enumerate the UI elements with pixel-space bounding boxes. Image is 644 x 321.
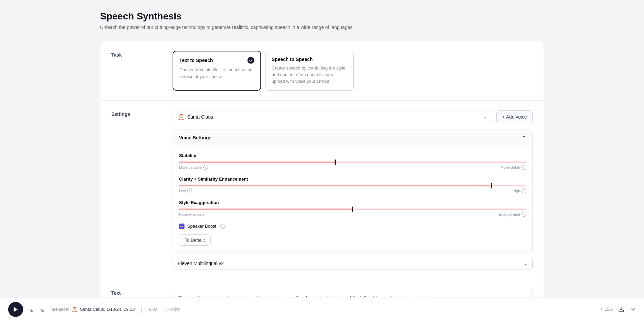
task-card-tts-desc: Convert text into lifelike speech using … [179, 66, 254, 80]
tts-check-icon [247, 57, 254, 64]
voice-dropdown[interactable]: 🎅 Santa Claus ⌄ [173, 110, 492, 124]
clarity-hints: Low i High i [179, 188, 526, 193]
voice-dropdown-left: 🎅 Santa Claus [178, 114, 213, 120]
task-card-speech-to-speech[interactable]: Speech to Speech Create speech by combin… [265, 51, 354, 91]
task-label: Task [111, 51, 173, 58]
to-default-button[interactable]: To Default [179, 234, 211, 246]
stability-slider-container [179, 162, 526, 163]
clarity-hint-left-text: Low [179, 189, 186, 193]
time-separator: / [601, 307, 602, 312]
style-exaggeration-fill [179, 209, 353, 210]
voice-dropdown-chevron-icon: ⌄ [483, 114, 487, 120]
model-dropdown-chevron-icon: ⌄ [524, 261, 528, 266]
waveform-cursor [142, 306, 142, 313]
task-section: Task Text to Speech Convert [100, 41, 544, 321]
player-info: premade/ 🎅 Santa Claus, 1/10/24, 19:18 [52, 307, 135, 312]
clarity-info-icon-right[interactable]: i [521, 188, 526, 193]
task-card-tts-header: Text to Speech [179, 57, 254, 64]
style-hint-right-text: Exaggerated [499, 212, 520, 216]
voice-selector-row: 🎅 Santa Claus ⌄ + Add voice [173, 110, 533, 124]
add-voice-button[interactable]: + Add voice [496, 110, 533, 123]
speaker-boost-label: Speaker Boost [187, 224, 216, 229]
player-bar: ↺ 10 ↻ 10 premade/ 🎅 Santa Claus, 1/10/2… [0, 297, 644, 321]
style-exaggeration-hints: None (Fastest) Exaggerated i [179, 212, 526, 217]
task-card-sts-desc: Create speech by combining the style and… [272, 65, 347, 85]
voice-settings-body: Stability More variable i [173, 146, 532, 253]
settings-section: Settings 🎅 Santa Claus ⌄ + Add voice [100, 101, 544, 279]
voice-settings-header[interactable]: Voice Settings ⌃ [173, 130, 532, 146]
stability-group: Stability More variable i [179, 153, 526, 170]
task-row: Task Text to Speech Convert [100, 41, 544, 101]
expand-button[interactable] [630, 306, 636, 312]
clarity-slider-container [179, 185, 526, 186]
style-exaggeration-label: Style Exaggeration [179, 200, 526, 205]
model-dropdown[interactable]: Eleven Multilingual v2 ⌄ [173, 257, 533, 270]
clarity-info-icon[interactable]: i [187, 188, 192, 193]
voice-emoji: 🎅 [178, 114, 184, 120]
clarity-hint-left: Low i [179, 188, 192, 193]
stability-hints: More variable i More stable i [179, 165, 526, 170]
style-info-icon-right[interactable]: i [521, 212, 526, 217]
style-hint-right: Exaggerated i [499, 212, 526, 217]
stability-hint-right: More stable i [501, 165, 526, 170]
svg-text:10: 10 [31, 309, 34, 312]
settings-content: 🎅 Santa Claus ⌄ + Add voice Voice Settin… [173, 110, 533, 270]
track-emoji: 🎅 [72, 307, 77, 312]
speaker-boost-row: Speaker Boost i [179, 224, 526, 229]
stability-hint-left: More variable i [179, 165, 208, 170]
clarity-hint-right-text: High [512, 189, 520, 193]
page-subtitle: Unleash the power of our cutting-edge te… [100, 25, 544, 30]
clarity-group: Clarity + Similarity Enhancement Low [179, 177, 526, 193]
stability-fill [179, 162, 335, 163]
clarity-label: Clarity + Similarity Enhancement [179, 177, 526, 182]
clarity-track[interactable] [179, 185, 526, 186]
player-controls: ↺ 10 ↻ 10 [29, 306, 46, 313]
text-label: Text [111, 289, 173, 296]
stability-hint-right-text: More stable [501, 165, 520, 169]
task-card-tts-title: Text to Speech [179, 58, 213, 63]
download-button[interactable] [618, 306, 624, 312]
svg-text:10: 10 [42, 309, 45, 312]
stability-track[interactable] [179, 162, 526, 163]
stability-info-icon[interactable]: i [203, 165, 208, 170]
style-exaggeration-slider-container [179, 209, 526, 210]
page-title: Speech Synthesis [100, 11, 544, 22]
track-prefix: premade/ [52, 307, 69, 312]
play-button[interactable] [8, 302, 23, 317]
stability-info-icon-right[interactable]: i [521, 165, 526, 170]
stability-label: Stability [179, 153, 526, 158]
track-name: Santa Claus, 1/10/24, 19:18 [80, 307, 135, 312]
current-time: 0:00 [149, 307, 157, 312]
task-cards: Text to Speech Convert text into lifelik… [173, 51, 533, 91]
task-card-text-to-speech[interactable]: Text to Speech Convert text into lifelik… [173, 51, 261, 91]
speaker-boost-info-icon[interactable]: i [220, 224, 225, 229]
speaker-boost-checkbox[interactable] [179, 224, 184, 229]
settings-label: Settings [111, 110, 173, 117]
voice-name: Santa Claus [187, 114, 213, 120]
waveform-area[interactable] [160, 305, 598, 314]
clarity-thumb[interactable] [491, 183, 492, 188]
style-exaggeration-group: Style Exaggeration None (Fastest) [179, 200, 526, 217]
clarity-hint-right: High i [512, 188, 526, 193]
voice-settings-panel: Voice Settings ⌃ Stability [173, 129, 533, 253]
task-card-sts-header: Speech to Speech [272, 57, 347, 62]
total-time: 1:39 [605, 307, 613, 312]
style-hint-left: None (Fastest) [179, 212, 204, 216]
style-exaggeration-thumb[interactable] [352, 207, 353, 212]
clarity-fill [179, 185, 492, 186]
progress-bar-area: 0:00 [149, 305, 613, 314]
task-cards-container: Text to Speech Convert text into lifelik… [173, 51, 533, 91]
forward-button[interactable]: ↻ 10 [39, 306, 46, 313]
rewind-button[interactable]: ↺ 10 [29, 306, 35, 313]
voice-settings-collapse-icon: ⌃ [522, 135, 526, 141]
task-card-sts-title: Speech to Speech [272, 57, 313, 62]
voice-settings-title: Voice Settings [179, 135, 211, 140]
model-name: Eleven Multilingual v2 [178, 261, 224, 266]
style-hint-left-text: None (Fastest) [179, 212, 204, 216]
stability-hint-left-text: More variable [179, 165, 202, 169]
style-exaggeration-track[interactable] [179, 209, 526, 210]
stability-thumb[interactable] [335, 159, 336, 165]
